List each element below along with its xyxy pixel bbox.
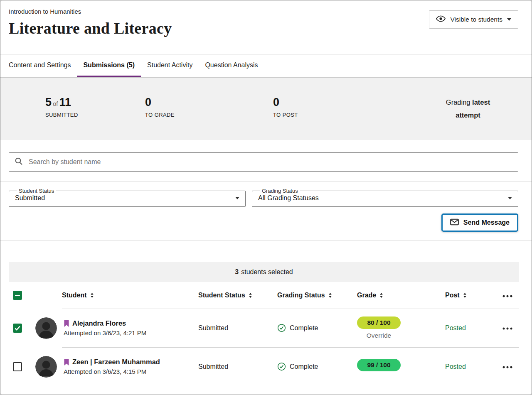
sort-icon [379, 292, 384, 298]
search-icon [15, 157, 23, 167]
column-header-post[interactable]: Post [445, 292, 468, 299]
visibility-dropdown-button[interactable]: Visible to students [429, 10, 518, 29]
eye-icon [436, 15, 446, 24]
student-name-link[interactable]: Alejandra Flores [72, 319, 126, 327]
to-post-label: TO POST [273, 112, 437, 118]
post-status-link[interactable]: Posted [445, 324, 466, 331]
grade-override-note: Override [357, 332, 401, 339]
grading-status-label: Complete [290, 324, 318, 332]
chevron-down-icon [235, 197, 239, 199]
ellipsis-icon [502, 366, 512, 368]
row-options-menu-button[interactable] [500, 361, 515, 372]
grading-mode-text: Grading latest attempt [437, 96, 499, 121]
grading-prefix: Grading [446, 98, 470, 106]
tab-question-analysis[interactable]: Question Analysis [199, 54, 264, 77]
table-bottom-divider [62, 386, 519, 386]
student-info: Alejandra Flores Attempted on 3/6/23, 4:… [64, 319, 146, 336]
chevron-down-icon [508, 197, 512, 199]
attempt-timestamp: Attempted on 3/6/23, 4:21 PM [64, 329, 146, 336]
complete-check-icon [277, 324, 286, 332]
select-all-checkbox[interactable] [13, 291, 22, 300]
grading-status-cell: Complete [277, 362, 357, 371]
grading-status-value: All Grading Statuses [258, 194, 319, 202]
tab-student-activity[interactable]: Student Activity [141, 54, 199, 77]
grade-pill[interactable]: 99 / 100 [357, 359, 401, 371]
row-options-menu-button[interactable] [500, 322, 515, 334]
send-message-label: Send Message [463, 219, 510, 226]
column-header-student[interactable]: Student [62, 292, 95, 299]
ellipsis-icon [502, 295, 512, 297]
submitted-count: 5 [45, 96, 52, 108]
send-message-row: Send Message [9, 213, 518, 232]
column-header-grade[interactable]: Grade [357, 292, 384, 299]
student-status-cell: Submitted [198, 363, 277, 370]
table-row: Zeen | Farzeen Muhammad Attempted on 3/6… [9, 347, 519, 386]
grading-status-label: Complete [290, 363, 318, 370]
filters-row: Student Status Submitted Grading Status … [9, 188, 518, 207]
student-status-select[interactable]: Student Status Submitted [9, 188, 246, 207]
ellipsis-icon [502, 327, 512, 330]
row-checkbox-unchecked[interactable] [13, 362, 22, 371]
grading-status-select[interactable]: Grading Status All Grading Statuses [252, 188, 518, 207]
table-header-row: Student Student Status Grading Status Gr… [9, 282, 519, 309]
selected-students-banner: 3 students selected [9, 262, 519, 282]
grading-status-label: Grading Status [260, 188, 300, 194]
accommodation-flag-icon [64, 320, 69, 327]
post-status-link[interactable]: Posted [445, 363, 466, 370]
sort-icon [89, 292, 95, 298]
tab-content-and-settings[interactable]: Content and Settings [2, 54, 77, 77]
search-input[interactable] [28, 158, 512, 166]
student-avatar [35, 317, 57, 339]
tab-submissions[interactable]: Submissions (5) [77, 54, 141, 77]
sort-icon [328, 292, 333, 298]
column-label: Student [62, 292, 87, 299]
submitted-label: SUBMITTED [45, 112, 145, 118]
submitted-total: 11 [59, 96, 71, 108]
stat-to-grade: 0 TO GRADE [145, 96, 273, 118]
grade-cell: 80 / 100 Override [357, 316, 445, 339]
complete-check-icon [277, 362, 286, 371]
student-name-link[interactable]: Zeen | Farzeen Muhammad [72, 358, 160, 366]
column-label: Grade [357, 292, 376, 299]
indeterminate-minus-icon [15, 295, 20, 296]
attempt-timestamp: Attempted on 3/6/23, 4:15 PM [64, 368, 160, 375]
filters-section: Student Status Submitted Grading Status … [0, 182, 532, 240]
breadcrumb-course-name: Introduction to Humanities [9, 8, 172, 15]
student-status-label: Student Status [17, 188, 56, 194]
envelope-icon [450, 218, 459, 227]
send-message-button[interactable]: Send Message [441, 213, 518, 232]
visibility-label: Visible to students [450, 16, 502, 23]
grading-status-cell: Complete [277, 324, 357, 332]
column-label: Grading Status [277, 292, 325, 299]
page-header: Introduction to Humanities Literature an… [0, 0, 532, 54]
student-info: Zeen | Farzeen Muhammad Attempted on 3/6… [64, 358, 160, 375]
submissions-table: 3 students selected Student Student Stat… [0, 262, 532, 386]
table-options-menu-button[interactable] [500, 290, 515, 301]
to-grade-count: 0 [145, 96, 273, 109]
table-row: Alejandra Flores Attempted on 3/6/23, 4:… [9, 309, 519, 347]
stats-band: 5of11 SUBMITTED 0 TO GRADE 0 TO POST Gra… [0, 78, 532, 140]
selected-suffix: students selected [241, 268, 293, 276]
student-avatar [35, 356, 57, 378]
check-icon [15, 326, 20, 331]
row-checkbox-checked[interactable] [13, 324, 22, 333]
column-label: Student Status [198, 292, 245, 299]
column-header-student-status[interactable]: Student Status [198, 292, 253, 299]
search-section [0, 140, 532, 182]
student-status-cell: Submitted [198, 324, 277, 332]
to-grade-label: TO GRADE [145, 112, 273, 118]
page-title: Literature and Literacy [9, 19, 172, 37]
submitted-of: of [52, 100, 59, 107]
stat-submitted: 5of11 SUBMITTED [45, 96, 145, 118]
chevron-down-icon [507, 18, 511, 21]
student-status-value: Submitted [15, 194, 45, 202]
submissions-page: Introduction to Humanities Literature an… [0, 0, 532, 395]
grade-pill[interactable]: 80 / 100 [357, 316, 401, 329]
column-header-grading-status[interactable]: Grading Status [277, 292, 333, 299]
grade-cell: 99 / 100 [357, 359, 445, 374]
accommodation-flag-icon [64, 358, 69, 366]
title-block: Introduction to Humanities Literature an… [9, 8, 172, 37]
sort-icon [248, 292, 253, 298]
search-box [9, 152, 518, 172]
tab-bar: Content and Settings Submissions (5) Stu… [0, 54, 532, 78]
